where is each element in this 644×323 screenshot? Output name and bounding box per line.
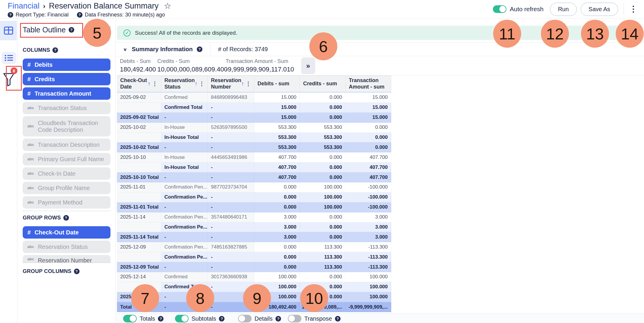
column-header: Debits - sum bbox=[254, 76, 300, 92]
table-cell: 100.000 bbox=[300, 192, 346, 202]
column-pill[interactable]: abcTransaction Description bbox=[23, 139, 110, 151]
sidebar-item-list[interactable] bbox=[1, 52, 16, 64]
table-cell: 0.000 bbox=[300, 212, 346, 222]
table-cell: 8468908996483 bbox=[208, 93, 254, 103]
group-columns-section-label: GROUP COLUMNS bbox=[23, 268, 72, 274]
table-row-datetotal: 2025-11-14 Total--3.0000.0003.000 bbox=[117, 232, 391, 242]
column-pill[interactable]: #Transaction Amount bbox=[23, 87, 110, 100]
column-header-label: Check-Out Date bbox=[120, 77, 148, 90]
table-cell bbox=[117, 162, 161, 172]
table-row-subtotal: In-House Total-553.300553.3000.000 bbox=[117, 133, 391, 143]
column-header[interactable]: Reservation Status↑⋮ bbox=[161, 76, 208, 92]
text-field-icon: abc bbox=[27, 245, 34, 249]
sidebar-item-table-outline[interactable] bbox=[0, 21, 17, 40]
table-cell: -9,999,999,909,... bbox=[346, 302, 391, 312]
table-cell: -100.000 bbox=[346, 182, 391, 192]
column-pill[interactable]: abcPayment Method bbox=[23, 196, 110, 209]
help-icon[interactable]: ? bbox=[197, 46, 202, 52]
sum-block-transaction-amount: Transaction Amount - Sum-9,999,999,909,1… bbox=[226, 58, 294, 73]
table-cell: In-House Total bbox=[161, 133, 208, 143]
table-cell bbox=[117, 252, 161, 262]
help-icon[interactable]: ? bbox=[219, 316, 224, 322]
column-header[interactable]: Check-Out Date↑⋮ bbox=[117, 76, 161, 92]
pivot-table: Check-Out Date↑⋮Reservation Status↑⋮Rese… bbox=[117, 76, 391, 312]
group-row-pill[interactable]: abcReservation Status bbox=[23, 241, 110, 253]
expand-summary-button[interactable]: » bbox=[301, 57, 315, 74]
table-cell: 3.000 bbox=[346, 232, 391, 242]
table-grid-icon bbox=[4, 26, 13, 35]
annotation-box-table-outline bbox=[20, 23, 83, 38]
column-pill[interactable]: abcTransaction Status bbox=[23, 102, 110, 114]
table-cell: - bbox=[208, 142, 254, 152]
help-icon[interactable]: ? bbox=[52, 47, 58, 53]
help-icon[interactable]: ? bbox=[158, 316, 164, 322]
text-field-icon: abc bbox=[27, 257, 34, 262]
table-cell: 2025-10-02 bbox=[117, 123, 161, 133]
pill-label: Group Profile Name bbox=[38, 185, 90, 192]
table-row-subtotal: Confirmation Pe...-0.000113.300-113.300 bbox=[117, 252, 391, 262]
group-row-pill[interactable]: abcReservation Number bbox=[23, 255, 110, 263]
column-menu-kebab-icon[interactable]: ⋮ bbox=[199, 81, 205, 87]
sort-ascending-icon[interactable]: ↑ bbox=[195, 81, 198, 87]
column-header-label: Credits - sum bbox=[303, 81, 342, 87]
record-count: # of Records: 3749 bbox=[218, 46, 268, 53]
summary-information-label[interactable]: Summary Information bbox=[132, 46, 193, 53]
pill-label: Payment Method bbox=[38, 199, 82, 206]
numeric-field-icon: # bbox=[27, 76, 31, 83]
data-freshness-text: Data Freshness: 30 minute(s) ago bbox=[85, 12, 165, 18]
help-icon[interactable]: ? bbox=[275, 316, 281, 322]
sort-ascending-icon[interactable]: ↑ bbox=[148, 81, 151, 87]
group-row-pill[interactable]: #Check-Out Date bbox=[23, 226, 110, 239]
table-cell: -113.300 bbox=[346, 252, 391, 262]
success-banner-text: Success! All of the records are displaye… bbox=[135, 30, 237, 36]
help-icon[interactable]: ? bbox=[74, 269, 80, 274]
table-cell: 9877023734704 bbox=[208, 182, 254, 192]
toggle-group-subtotals: Subtotals? bbox=[175, 315, 224, 322]
help-icon[interactable]: ? bbox=[77, 12, 82, 18]
column-menu-kebab-icon[interactable]: ⋮ bbox=[246, 81, 251, 87]
help-icon[interactable]: ? bbox=[335, 316, 341, 322]
table-row-detail: 2025-12-09Confirmation Pen...74851638278… bbox=[117, 242, 391, 252]
chevron-down-icon[interactable]: ∨ bbox=[123, 47, 127, 52]
column-pill[interactable]: abcPrimary Guest Full Name bbox=[23, 153, 110, 165]
transpose-toggle[interactable] bbox=[288, 315, 301, 322]
table-cell: 2025-12-09 bbox=[117, 242, 161, 252]
column-pill[interactable]: #Debits bbox=[23, 59, 110, 71]
numeric-field-icon: # bbox=[27, 229, 31, 236]
save-as-button[interactable]: Save As bbox=[581, 3, 618, 16]
summary-sums-row: Debits - Sum180,492.400 Credits - Sum10,… bbox=[116, 56, 644, 76]
details-toggle[interactable] bbox=[238, 315, 252, 322]
table-cell: Confirmed bbox=[161, 93, 208, 103]
table-body: 2025-09-02Confirmed846890899648315.0000.… bbox=[117, 93, 391, 312]
table-cell: Confirmed bbox=[161, 272, 208, 282]
table-cell: - bbox=[161, 202, 208, 212]
sort-ascending-icon[interactable]: ↑ bbox=[241, 81, 244, 87]
favorite-star-icon[interactable]: ☆ bbox=[164, 1, 171, 11]
column-header[interactable]: Reservation Number↑⋮ bbox=[208, 76, 254, 92]
help-icon[interactable]: ? bbox=[8, 12, 13, 18]
table-cell: Confirmation Pen... bbox=[161, 212, 208, 222]
annotation-circle-13: 13 bbox=[581, 20, 609, 48]
table-cell: 407.700 bbox=[254, 162, 300, 172]
help-icon[interactable]: ? bbox=[63, 215, 69, 221]
column-pill[interactable]: abcCloudbeds Transaction Code Descriptio… bbox=[23, 116, 110, 136]
toggle-group-totals: Totals? bbox=[123, 315, 164, 322]
column-menu-kebab-icon[interactable]: ⋮ bbox=[152, 81, 158, 87]
table-cell: 3.000 bbox=[254, 232, 300, 242]
table-cell: 0.000 bbox=[300, 93, 346, 103]
annotation-circle-12: 12 bbox=[541, 20, 569, 48]
column-pill[interactable]: abcGroup Profile Name bbox=[23, 182, 110, 194]
subtotals-toggle[interactable] bbox=[175, 315, 189, 322]
table-cell: 0.000 bbox=[300, 272, 346, 282]
pill-label: Primary Guest Full Name bbox=[38, 156, 104, 163]
totals-toggle[interactable] bbox=[123, 315, 137, 322]
table-cell: 2025-12-09 Total bbox=[117, 262, 161, 272]
column-pill[interactable]: #Credits bbox=[23, 73, 110, 85]
more-options-kebab-icon[interactable]: ⋮ bbox=[629, 5, 638, 13]
table-cell: 2025-09-02 bbox=[117, 93, 161, 103]
table-cell: 407.700 bbox=[346, 172, 391, 182]
breadcrumb-link-financial[interactable]: Financial bbox=[8, 1, 39, 11]
auto-refresh-toggle[interactable] bbox=[493, 5, 506, 13]
run-button[interactable]: Run bbox=[550, 3, 577, 16]
column-pill[interactable]: abcCheck-In Date bbox=[23, 167, 110, 180]
